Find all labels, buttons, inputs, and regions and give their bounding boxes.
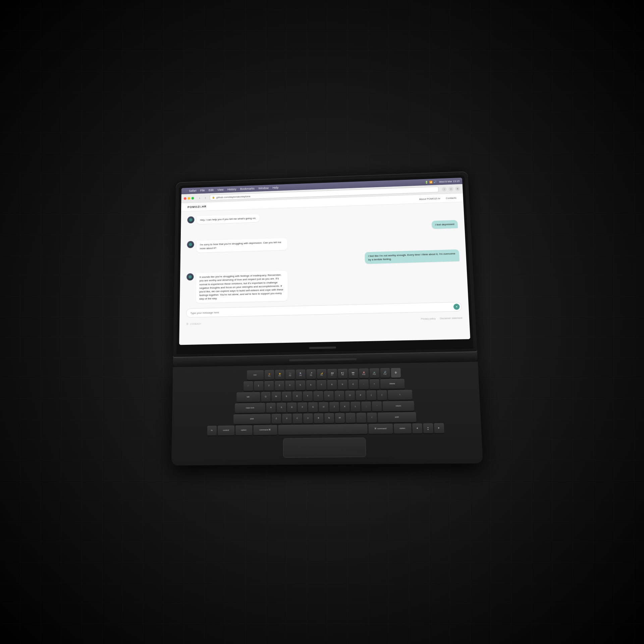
left-option-key[interactable]: option <box>235 425 252 435</box>
t-key[interactable]: T <box>303 391 313 401</box>
right-arrow-key[interactable]: ► <box>434 423 444 433</box>
delete-key[interactable]: delete <box>380 379 405 389</box>
minus-key[interactable]: - <box>359 379 369 389</box>
comma-key[interactable]: , <box>345 413 355 423</box>
7-key[interactable]: 7 <box>317 380 326 390</box>
f3-key[interactable]: ⬛F3 <box>285 370 295 379</box>
y-key[interactable]: Y <box>313 391 323 401</box>
0-key[interactable]: 0 <box>348 380 358 389</box>
4-key[interactable]: 4 <box>285 381 294 390</box>
2-key[interactable]: 2 <box>264 381 274 391</box>
menu-window[interactable]: Window <box>258 186 269 190</box>
f5-key[interactable]: 🎤F5 <box>306 369 316 379</box>
semicolon-key[interactable]: ; <box>361 401 371 412</box>
message-row: It sounds like you're struggling with fe… <box>186 266 461 304</box>
f10-key[interactable]: 🔇F10 <box>359 368 369 378</box>
v-key[interactable]: V <box>303 414 313 423</box>
menu-history[interactable]: History <box>227 187 236 191</box>
l-key[interactable]: L <box>351 402 360 412</box>
f-key[interactable]: F <box>298 402 307 412</box>
f4-key[interactable]: 🔍F4 <box>296 370 306 379</box>
h-key[interactable]: H <box>319 402 328 412</box>
f11-key[interactable]: 🔉F11 <box>369 368 379 378</box>
minimize-button[interactable] <box>187 197 190 200</box>
right-command-key[interactable]: ⌘ command <box>368 424 393 434</box>
sidebar-button[interactable]: ≡ <box>455 186 460 191</box>
c-key[interactable]: C <box>292 414 302 423</box>
d-key[interactable]: D <box>287 402 297 412</box>
return-key[interactable]: return <box>383 401 414 411</box>
5-key[interactable]: 5 <box>296 380 305 390</box>
q-key[interactable]: Q <box>261 392 270 402</box>
f6-key[interactable]: 🌙F6 <box>317 369 326 379</box>
i-key[interactable]: I <box>334 391 344 400</box>
f9-key[interactable]: ▶▶F9 <box>348 369 358 378</box>
backtick-key[interactable]: ~` <box>244 381 253 391</box>
close-button[interactable] <box>184 197 186 200</box>
b-key[interactable]: B <box>314 413 323 423</box>
rbracket-key[interactable]: ] <box>377 390 387 400</box>
f7-key[interactable]: ◀◀F7 <box>327 369 337 379</box>
control-key[interactable]: control <box>217 426 234 436</box>
menu-safari[interactable]: Safari <box>189 189 196 193</box>
e-key[interactable]: E <box>282 392 291 401</box>
a-key[interactable]: A <box>266 403 276 413</box>
period-key[interactable]: . <box>356 413 366 423</box>
right-shift-key[interactable]: shift <box>378 412 416 423</box>
new-tab-button[interactable]: + <box>448 186 453 191</box>
3-key[interactable]: 3 <box>275 381 284 390</box>
left-command-key[interactable]: command ⌘ <box>253 425 277 435</box>
9-key[interactable]: 9 <box>337 380 347 389</box>
u-key[interactable]: U <box>324 391 333 401</box>
left-arrow-key[interactable]: ◄ <box>412 423 422 433</box>
laptop-shadow <box>205 464 448 476</box>
menu-edit[interactable]: Edit <box>209 189 214 192</box>
left-shift-key[interactable]: shift <box>233 414 271 424</box>
up-down-arrow-key[interactable]: ▲▼ <box>423 423 433 433</box>
o-key[interactable]: O <box>345 391 355 400</box>
tab-key[interactable]: tab <box>236 392 260 402</box>
f2-key[interactable]: ☀️F2 <box>275 370 284 380</box>
menu-help[interactable]: Help <box>272 186 278 190</box>
1-key[interactable]: 1 <box>254 381 263 391</box>
6-key[interactable]: 6 <box>306 380 316 390</box>
f8-key[interactable]: ▶❙F8 <box>338 369 347 379</box>
nav-contacts[interactable]: Contacts <box>446 196 457 200</box>
share-button[interactable]: ↑ <box>442 187 447 192</box>
n-key[interactable]: N <box>324 413 334 423</box>
g-key[interactable]: G <box>308 402 318 412</box>
power-key[interactable]: ⏻ <box>391 368 401 378</box>
menu-bookmarks[interactable]: Bookmarks <box>240 187 255 191</box>
capslock-key[interactable]: caps lock <box>235 403 265 413</box>
f12-key[interactable]: 🔊F12 <box>380 368 390 378</box>
z-key[interactable]: Z <box>271 414 281 424</box>
back-button[interactable]: ‹ <box>197 196 202 201</box>
forward-button[interactable]: › <box>203 195 208 200</box>
k-key[interactable]: K <box>340 402 350 412</box>
f1-key[interactable]: 🔅F1 <box>265 370 274 380</box>
esc-key[interactable]: esc <box>247 370 264 380</box>
right-option-key[interactable]: option <box>393 424 411 434</box>
p-key[interactable]: P <box>356 390 365 400</box>
j-key[interactable]: J <box>329 402 339 412</box>
menu-file[interactable]: File <box>200 189 205 192</box>
disclaimer-link[interactable]: Disclaimer statement <box>440 317 462 320</box>
quote-key[interactable]: ' <box>372 401 382 412</box>
backslash-key[interactable]: \ <box>388 390 412 400</box>
menu-view[interactable]: View <box>217 188 223 192</box>
privacy-policy-link[interactable]: Privacy policy <box>421 317 436 320</box>
x-key[interactable]: X <box>282 414 292 424</box>
w-key[interactable]: W <box>271 392 281 401</box>
8-key[interactable]: 8 <box>327 380 337 390</box>
trackpad[interactable] <box>283 437 366 458</box>
r-key[interactable]: R <box>292 391 302 401</box>
m-key[interactable]: M <box>335 413 344 423</box>
s-key[interactable]: S <box>277 403 286 413</box>
slash-key[interactable]: / <box>367 413 377 423</box>
maximize-button[interactable] <box>192 197 194 200</box>
equals-key[interactable]: = <box>369 379 379 389</box>
fn-key[interactable]: fn <box>207 426 216 435</box>
lbracket-key[interactable]: [ <box>366 390 376 400</box>
space-key[interactable] <box>278 424 368 435</box>
nav-about[interactable]: About POMOZI.hr <box>419 197 440 201</box>
